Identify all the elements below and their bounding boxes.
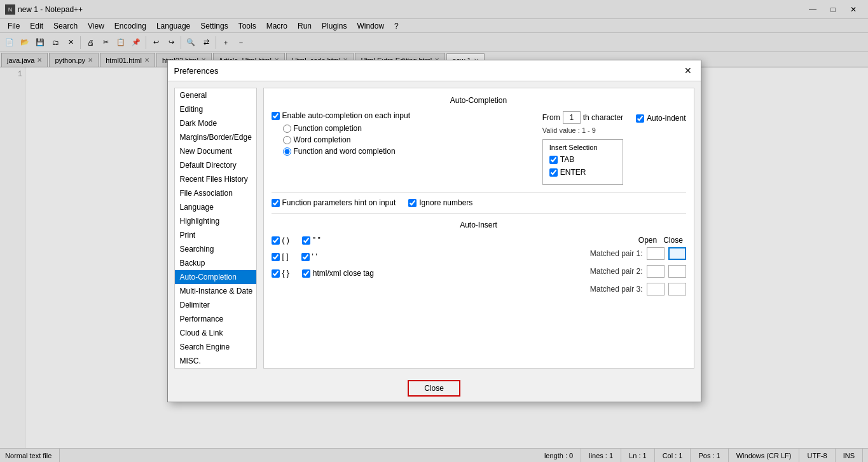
function-completion-row: Function completion: [283, 124, 530, 133]
auto-indent-row: Auto-indent: [636, 114, 685, 123]
params-hint-row: Function parameters hint on input: [272, 198, 396, 207]
auto-completion-title: Auto-Completion: [272, 96, 686, 105]
nav-performance[interactable]: Performance: [175, 312, 256, 326]
nav-new-doc[interactable]: New Document: [175, 144, 256, 158]
word-completion-row: Word completion: [283, 135, 530, 144]
bracket-label: [ ]: [282, 252, 289, 261]
auto-insert-title: Auto-Insert: [272, 221, 686, 229]
nav-dark-mode[interactable]: Dark Mode: [175, 116, 256, 130]
paren-checkbox[interactable]: [272, 236, 280, 245]
ai-row2: [ ] ' ': [272, 252, 577, 265]
word-completion-radio[interactable]: [283, 136, 291, 144]
nav-print[interactable]: Print: [175, 228, 256, 242]
bracket-row: [ ]: [272, 252, 289, 261]
ignore-numbers-row: Ignore numbers: [408, 198, 472, 207]
ai-right: Open Close Matched pair 1: Ma: [590, 236, 686, 296]
function-completion-label: Function completion: [294, 124, 362, 133]
ignore-numbers-checkbox[interactable]: [408, 199, 417, 207]
dquote-checkbox[interactable]: [302, 236, 310, 245]
pair1-close-input[interactable]: [668, 247, 686, 260]
nav-language[interactable]: Language: [175, 200, 256, 214]
func-word-completion-row: Function and word completion: [283, 147, 530, 156]
tab-label: TAB: [560, 155, 574, 164]
pair1-open-input[interactable]: [647, 247, 665, 260]
close-button[interactable]: Close: [408, 380, 460, 397]
pref-close-icon-button[interactable]: ✕: [682, 64, 694, 77]
valid-value-label: Valid value : 1 - 9: [542, 126, 623, 134]
oc-header: Open Close: [590, 236, 686, 245]
ai-row1: ( ) " ": [272, 236, 577, 248]
auto-indent-section: Auto-indent: [636, 111, 685, 123]
func-word-completion-label: Function and word completion: [294, 147, 396, 156]
enable-ac-checkbox[interactable]: [272, 112, 280, 120]
pair2-row: Matched pair 2:: [590, 265, 686, 278]
tab-checkbox[interactable]: [549, 156, 558, 164]
pref-content: Auto-Completion Enable auto-completion o…: [263, 88, 694, 369]
pair3-close-input[interactable]: [668, 283, 686, 296]
nav-recent-files[interactable]: Recent Files History: [175, 172, 256, 186]
dquote-row: " ": [302, 236, 320, 245]
enable-ac-label: Enable auto-completion on each input: [282, 111, 410, 120]
ignore-numbers-label: Ignore numbers: [419, 198, 472, 207]
ac-top: Enable auto-completion on each input Fun…: [272, 111, 686, 185]
enter-checkbox[interactable]: [549, 168, 558, 177]
nav-searching[interactable]: Searching: [175, 242, 256, 256]
pair3-label: Matched pair 3:: [590, 285, 643, 294]
dialog-overlay: Preferences ✕ General Editing Dark Mode …: [0, 0, 868, 462]
tab-check-row: TAB: [549, 155, 616, 164]
preferences-dialog: Preferences ✕ General Editing Dark Mode …: [167, 60, 701, 402]
brace-label: { }: [282, 269, 289, 278]
pref-body: General Editing Dark Mode Margins/Border…: [168, 81, 701, 375]
nav-cloud[interactable]: Cloud & Link: [175, 326, 256, 340]
ac-right: From th character Valid value : 1 - 9 In…: [542, 111, 623, 185]
ac-left: Enable auto-completion on each input Fun…: [272, 111, 530, 158]
pref-nav: General Editing Dark Mode Margins/Border…: [174, 88, 257, 369]
squote-label: ' ': [312, 252, 317, 261]
nav-editing[interactable]: Editing: [175, 102, 256, 116]
squote-checkbox[interactable]: [301, 253, 310, 261]
close-label: Close: [661, 236, 686, 245]
params-hint-label: Function parameters hint on input: [282, 198, 396, 207]
auto-indent-checkbox[interactable]: [636, 114, 644, 123]
th-char-label: th character: [583, 113, 623, 122]
auto-insert-section: Auto-Insert ( ) " ": [272, 214, 686, 296]
pair2-open-input[interactable]: [647, 265, 665, 278]
nav-backup[interactable]: Backup: [175, 256, 256, 270]
nav-misc[interactable]: MISC.: [175, 354, 256, 368]
html-close-checkbox[interactable]: [302, 269, 310, 278]
from-label: From: [542, 113, 560, 122]
open-label: Open: [635, 236, 661, 245]
brace-checkbox[interactable]: [272, 269, 280, 278]
enter-check-row: ENTER: [549, 168, 616, 177]
nav-auto-completion[interactable]: Auto-Completion: [175, 270, 256, 284]
nav-multi-instance[interactable]: Multi-Instance & Date: [175, 284, 256, 298]
pair3-open-input[interactable]: [647, 283, 665, 296]
nav-highlighting[interactable]: Highlighting: [175, 214, 256, 228]
nav-delimiter[interactable]: Delimiter: [175, 298, 256, 312]
func-word-completion-radio[interactable]: [283, 147, 291, 156]
insert-selection-title: Insert Selection: [549, 144, 616, 151]
pair3-row: Matched pair 3:: [590, 283, 686, 296]
pair2-close-input[interactable]: [668, 265, 686, 278]
function-completion-radio[interactable]: [283, 125, 291, 133]
from-value-input[interactable]: [563, 111, 581, 124]
matched-pairs: Matched pair 1: Matched pair 2:: [590, 247, 686, 296]
nav-search-engine[interactable]: Search Engine: [175, 340, 256, 354]
enter-label: ENTER: [560, 168, 586, 177]
ai-left: ( ) " " [ ]: [272, 236, 577, 296]
from-row: From th character: [542, 111, 623, 124]
pref-footer: Close: [168, 375, 701, 402]
params-hint-checkbox[interactable]: [272, 199, 280, 207]
pair1-row: Matched pair 1:: [590, 247, 686, 260]
pair2-label: Matched pair 2:: [590, 267, 643, 276]
pair1-label: Matched pair 1:: [590, 249, 643, 258]
nav-general[interactable]: General: [175, 88, 256, 102]
params-row: Function parameters hint on input Ignore…: [272, 193, 686, 211]
nav-file-assoc[interactable]: File Association: [175, 186, 256, 200]
nav-default-dir[interactable]: Default Directory: [175, 158, 256, 172]
html-close-row: html/xml close tag: [302, 269, 374, 278]
bracket-checkbox[interactable]: [272, 253, 280, 261]
enable-ac-row: Enable auto-completion on each input: [272, 111, 530, 120]
insert-selection-box: Insert Selection TAB ENTER: [542, 139, 623, 185]
nav-margins[interactable]: Margins/Border/Edge: [175, 130, 256, 144]
